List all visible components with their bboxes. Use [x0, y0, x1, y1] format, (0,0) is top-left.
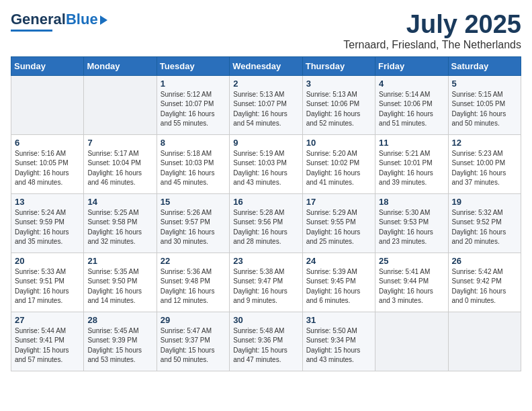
day-number: 2	[233, 79, 298, 89]
weekday-header-thursday: Thursday	[302, 56, 375, 75]
calendar-day-cell: 26Sunrise: 5:42 AMSunset: 9:42 PMDayligh…	[448, 253, 521, 312]
calendar-week-row: 1Sunrise: 5:12 AMSunset: 10:07 PMDayligh…	[11, 75, 521, 134]
day-number: 6	[15, 138, 80, 148]
day-number: 4	[379, 79, 444, 89]
day-number: 17	[306, 197, 371, 207]
calendar-day-cell: 17Sunrise: 5:29 AMSunset: 9:55 PMDayligh…	[302, 193, 375, 253]
day-detail: Sunrise: 5:33 AMSunset: 9:51 PMDaylight:…	[15, 267, 80, 306]
day-number: 21	[87, 256, 152, 266]
day-detail: Sunrise: 5:35 AMSunset: 9:50 PMDaylight:…	[87, 267, 152, 306]
day-detail: Sunrise: 5:48 AMSunset: 9:36 PMDaylight:…	[233, 326, 298, 365]
calendar-day-cell: 14Sunrise: 5:25 AMSunset: 9:58 PMDayligh…	[84, 193, 157, 253]
day-number: 1	[161, 79, 226, 89]
calendar-day-cell: 29Sunrise: 5:47 AMSunset: 9:37 PMDayligh…	[157, 312, 229, 371]
day-detail: Sunrise: 5:30 AMSunset: 9:53 PMDaylight:…	[379, 208, 444, 247]
calendar-day-cell: 30Sunrise: 5:48 AMSunset: 9:36 PMDayligh…	[230, 312, 302, 371]
calendar-day-cell: 4Sunrise: 5:14 AMSunset: 10:06 PMDayligh…	[375, 75, 448, 134]
day-detail: Sunrise: 5:50 AMSunset: 9:34 PMDaylight:…	[306, 326, 371, 365]
calendar-day-cell: 15Sunrise: 5:26 AMSunset: 9:57 PMDayligh…	[157, 193, 229, 253]
day-number: 11	[379, 138, 444, 148]
day-number: 30	[233, 315, 298, 325]
day-number: 9	[233, 138, 298, 148]
day-detail: Sunrise: 5:21 AMSunset: 10:01 PMDaylight…	[379, 149, 444, 188]
day-detail: Sunrise: 5:19 AMSunset: 10:03 PMDaylight…	[233, 149, 298, 188]
calendar-day-cell: 10Sunrise: 5:20 AMSunset: 10:02 PMDaylig…	[302, 134, 375, 193]
logo: GeneralBlue	[11, 11, 107, 32]
day-number: 23	[233, 256, 298, 266]
day-detail: Sunrise: 5:17 AMSunset: 10:04 PMDaylight…	[87, 149, 152, 188]
day-detail: Sunrise: 5:45 AMSunset: 9:39 PMDaylight:…	[87, 326, 152, 365]
day-detail: Sunrise: 5:26 AMSunset: 9:57 PMDaylight:…	[161, 208, 226, 247]
logo-text: GeneralBlue	[11, 11, 98, 28]
logo-underline	[11, 30, 52, 32]
day-number: 13	[15, 197, 80, 207]
calendar-day-cell: 13Sunrise: 5:24 AMSunset: 9:59 PMDayligh…	[11, 193, 84, 253]
calendar-day-cell: 12Sunrise: 5:23 AMSunset: 10:00 PMDaylig…	[448, 134, 521, 193]
day-detail: Sunrise: 5:38 AMSunset: 9:47 PMDaylight:…	[233, 267, 298, 306]
calendar-empty-cell	[84, 75, 157, 134]
day-detail: Sunrise: 5:16 AMSunset: 10:05 PMDaylight…	[15, 149, 80, 188]
day-detail: Sunrise: 5:13 AMSunset: 10:07 PMDaylight…	[233, 90, 298, 129]
calendar-day-cell: 19Sunrise: 5:32 AMSunset: 9:52 PMDayligh…	[448, 193, 521, 253]
calendar-day-cell: 7Sunrise: 5:17 AMSunset: 10:04 PMDayligh…	[84, 134, 157, 193]
day-number: 19	[452, 197, 517, 207]
calendar-day-cell: 24Sunrise: 5:39 AMSunset: 9:45 PMDayligh…	[302, 253, 375, 312]
weekday-header-row: SundayMondayTuesdayWednesdayThursdayFrid…	[11, 56, 521, 75]
day-detail: Sunrise: 5:20 AMSunset: 10:02 PMDaylight…	[306, 149, 371, 188]
day-detail: Sunrise: 5:12 AMSunset: 10:07 PMDaylight…	[161, 90, 226, 129]
day-detail: Sunrise: 5:15 AMSunset: 10:05 PMDaylight…	[452, 90, 517, 129]
day-detail: Sunrise: 5:23 AMSunset: 10:00 PMDaylight…	[452, 149, 517, 188]
calendar-day-cell: 3Sunrise: 5:13 AMSunset: 10:06 PMDayligh…	[302, 75, 375, 134]
day-number: 8	[161, 138, 226, 148]
day-number: 20	[15, 256, 80, 266]
day-number: 18	[379, 197, 444, 207]
day-detail: Sunrise: 5:36 AMSunset: 9:48 PMDaylight:…	[161, 267, 226, 306]
calendar-day-cell: 23Sunrise: 5:38 AMSunset: 9:47 PMDayligh…	[230, 253, 302, 312]
day-number: 12	[452, 138, 517, 148]
weekday-header-saturday: Saturday	[448, 56, 521, 75]
calendar-day-cell: 1Sunrise: 5:12 AMSunset: 10:07 PMDayligh…	[157, 75, 229, 134]
day-detail: Sunrise: 5:39 AMSunset: 9:45 PMDaylight:…	[306, 267, 371, 306]
calendar-day-cell: 21Sunrise: 5:35 AMSunset: 9:50 PMDayligh…	[84, 253, 157, 312]
day-detail: Sunrise: 5:32 AMSunset: 9:52 PMDaylight:…	[452, 208, 517, 247]
day-detail: Sunrise: 5:25 AMSunset: 9:58 PMDaylight:…	[87, 208, 152, 247]
page-header: GeneralBlue July 2025 Ternaard, Frieslan…	[11, 11, 521, 51]
day-detail: Sunrise: 5:14 AMSunset: 10:06 PMDaylight…	[379, 90, 444, 129]
calendar-day-cell: 2Sunrise: 5:13 AMSunset: 10:07 PMDayligh…	[230, 75, 302, 134]
calendar-empty-cell	[448, 312, 521, 371]
weekday-header-tuesday: Tuesday	[157, 56, 229, 75]
day-number: 25	[379, 256, 444, 266]
calendar-day-cell: 5Sunrise: 5:15 AMSunset: 10:05 PMDayligh…	[448, 75, 521, 134]
page-subtitle: Ternaard, Friesland, The Netherlands	[343, 39, 521, 51]
day-number: 7	[87, 138, 152, 148]
day-number: 14	[87, 197, 152, 207]
day-number: 27	[15, 315, 80, 325]
calendar-week-row: 27Sunrise: 5:44 AMSunset: 9:41 PMDayligh…	[11, 312, 521, 371]
day-detail: Sunrise: 5:29 AMSunset: 9:55 PMDaylight:…	[306, 208, 371, 247]
day-number: 10	[306, 138, 371, 148]
calendar-day-cell: 28Sunrise: 5:45 AMSunset: 9:39 PMDayligh…	[84, 312, 157, 371]
weekday-header-friday: Friday	[375, 56, 448, 75]
calendar-body: 1Sunrise: 5:12 AMSunset: 10:07 PMDayligh…	[11, 75, 521, 371]
page-title: July 2025	[343, 11, 521, 39]
calendar-week-row: 13Sunrise: 5:24 AMSunset: 9:59 PMDayligh…	[11, 193, 521, 253]
day-detail: Sunrise: 5:18 AMSunset: 10:03 PMDaylight…	[161, 149, 226, 188]
calendar-day-cell: 20Sunrise: 5:33 AMSunset: 9:51 PMDayligh…	[11, 253, 84, 312]
calendar-week-row: 20Sunrise: 5:33 AMSunset: 9:51 PMDayligh…	[11, 253, 521, 312]
day-number: 28	[87, 315, 152, 325]
day-number: 31	[306, 315, 371, 325]
day-number: 22	[161, 256, 226, 266]
title-block: July 2025 Ternaard, Friesland, The Nethe…	[343, 11, 521, 51]
day-number: 29	[161, 315, 226, 325]
calendar-day-cell: 18Sunrise: 5:30 AMSunset: 9:53 PMDayligh…	[375, 193, 448, 253]
day-detail: Sunrise: 5:44 AMSunset: 9:41 PMDaylight:…	[15, 326, 80, 365]
weekday-header-monday: Monday	[84, 56, 157, 75]
day-detail: Sunrise: 5:47 AMSunset: 9:37 PMDaylight:…	[161, 326, 226, 365]
day-detail: Sunrise: 5:13 AMSunset: 10:06 PMDaylight…	[306, 90, 371, 129]
calendar-day-cell: 27Sunrise: 5:44 AMSunset: 9:41 PMDayligh…	[11, 312, 84, 371]
calendar-empty-cell	[375, 312, 448, 371]
day-number: 3	[306, 79, 371, 89]
day-number: 15	[161, 197, 226, 207]
calendar-empty-cell	[11, 75, 84, 134]
day-detail: Sunrise: 5:42 AMSunset: 9:42 PMDaylight:…	[452, 267, 517, 306]
